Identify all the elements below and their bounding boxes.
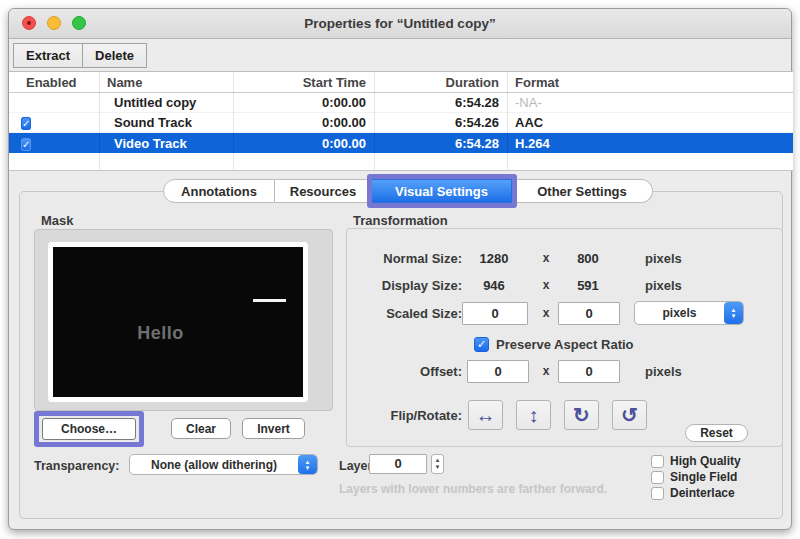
offset-y-input[interactable]: 0 [558, 360, 620, 383]
layer-input[interactable]: 0 [369, 454, 427, 474]
format: H.264 [507, 136, 793, 151]
preserve-aspect-ratio-checkbox[interactable]: ✓ [474, 337, 489, 352]
column-header-enabled[interactable]: Enabled [9, 75, 99, 90]
rotate-clockwise-icon: ↻ [573, 404, 590, 426]
invert-button[interactable]: Invert [242, 418, 305, 439]
table-row-video-track-selected[interactable]: ✓ Video Track 0:00.00 6:54.28 H.264 [9, 133, 793, 153]
duration: 6:54.26 [374, 115, 507, 130]
deinterlace-label: Deinterlace [670, 486, 735, 500]
flip-rotate-label: Flip/Rotate: [347, 408, 462, 423]
single-field-option: Single Field [651, 470, 737, 484]
extract-button[interactable]: Extract [13, 43, 83, 68]
scaled-size-unit-value: pixels [635, 306, 724, 320]
normal-size-unit: pixels [645, 251, 682, 266]
flip-vertical-button[interactable]: ↕ [516, 400, 551, 430]
scaled-size-unit-dropdown[interactable]: pixels ▲▼ [634, 301, 744, 325]
flip-horizontal-button[interactable]: ↔ [468, 400, 503, 430]
table-row-sound-track[interactable]: ✓ Sound Track 0:00.00 6:54.26 AAC [9, 113, 793, 133]
single-field-checkbox[interactable] [651, 471, 664, 484]
transparency-value: None (allow dithering) [130, 458, 298, 472]
stepper-down-icon: ▼ [435, 464, 441, 471]
size-separator: x [540, 364, 552, 378]
choose-button[interactable]: Choose… [42, 418, 136, 440]
mask-preview-well: Hello [34, 229, 333, 411]
scaled-height-input[interactable]: 0 [558, 302, 620, 325]
mask-preview-dash [253, 299, 286, 302]
mask-preview-frame: Hello [48, 242, 308, 402]
rotate-counterclockwise-button[interactable]: ↺ [612, 400, 647, 430]
rotate-clockwise-button[interactable]: ↻ [564, 400, 599, 430]
enabled-checkbox[interactable]: ✓ [21, 117, 31, 130]
transparency-label: Transparency: [34, 459, 119, 473]
duration: 6:54.28 [374, 95, 507, 110]
start-time: 0:00.00 [233, 95, 374, 110]
stepper-up-icon: ▲ [435, 457, 441, 464]
normal-size-label: Normal Size: [347, 251, 462, 266]
high-quality-checkbox[interactable] [651, 455, 664, 468]
window-title: Properties for “Untitled copy” [9, 9, 791, 39]
mask-preview-text: Hello [137, 322, 184, 343]
tab-visual-settings[interactable]: Visual Settings [372, 179, 512, 203]
dropdown-stepper-icon: ▲▼ [724, 302, 743, 324]
column-header-format[interactable]: Format [507, 75, 793, 90]
display-size-unit: pixels [645, 278, 682, 293]
table-row-untitled-copy[interactable]: Untitled copy 0:00.00 6:54.28 -NA- [9, 93, 793, 113]
tab-other-settings[interactable]: Other Settings [512, 179, 653, 203]
tab-resources[interactable]: Resources [275, 179, 372, 203]
format: -NA- [507, 95, 793, 110]
track-name: Video Track [99, 136, 233, 151]
start-time: 0:00.00 [233, 115, 374, 130]
mask-preview-image: Hello [53, 247, 303, 397]
transparency-dropdown[interactable]: None (allow dithering) ▲▼ [129, 454, 318, 475]
size-separator: x [540, 306, 552, 320]
scaled-width-input[interactable]: 0 [462, 302, 528, 325]
column-header-start-time[interactable]: Start Time [233, 75, 374, 90]
offset-label: Offset: [347, 364, 462, 379]
size-separator: x [540, 251, 552, 265]
layer-stepper[interactable]: ▲ ▼ [431, 454, 444, 474]
offset-unit: pixels [645, 364, 682, 379]
preserve-aspect-ratio-label: Preserve Aspect Ratio [496, 337, 634, 352]
display-size-label: Display Size: [347, 278, 462, 293]
rotate-counterclockwise-icon: ↺ [621, 404, 638, 426]
enabled-checkbox[interactable]: ✓ [21, 138, 31, 151]
display-size-width: 946 [462, 278, 526, 293]
start-time: 0:00.00 [233, 136, 374, 151]
transformation-section-label: Transformation [353, 213, 448, 228]
reset-button[interactable]: Reset [685, 424, 748, 442]
enabled-cell: ✓ [9, 115, 99, 130]
tab-bar: Annotations Resources Visual Settings Ot… [163, 179, 653, 203]
tab-annotations[interactable]: Annotations [163, 179, 275, 203]
single-field-label: Single Field [670, 470, 737, 484]
column-header-name[interactable]: Name [99, 75, 233, 90]
high-quality-label: High Quality [670, 454, 741, 468]
properties-window: Properties for “Untitled copy” Extract D… [8, 8, 792, 530]
table-empty-area [9, 153, 793, 171]
title-bar: Properties for “Untitled copy” [9, 9, 791, 39]
track-table: Enabled Name Start Time Duration Format … [9, 71, 793, 171]
size-separator: x [540, 278, 552, 292]
flip-horizontal-icon: ↔ [476, 404, 496, 426]
duration: 6:54.28 [374, 136, 507, 151]
layer-hint-text: Layers with lower numbers are farther fo… [339, 482, 607, 496]
display-size-height: 591 [558, 278, 618, 293]
normal-size-width: 1280 [462, 251, 526, 266]
normal-size-height: 800 [558, 251, 618, 266]
screen: Properties for “Untitled copy” Extract D… [0, 0, 800, 539]
transformation-group-box: Normal Size: 1280 x 800 pixels Display S… [346, 228, 783, 447]
flip-vertical-icon: ↕ [529, 404, 539, 426]
dropdown-stepper-icon: ▲▼ [298, 455, 317, 474]
format: AAC [507, 115, 793, 130]
deinterlace-checkbox[interactable] [651, 487, 664, 500]
track-name: Sound Track [99, 115, 233, 130]
delete-button[interactable]: Delete [83, 43, 147, 68]
track-name: Untitled copy [99, 95, 233, 110]
deinterlace-option: Deinterlace [651, 486, 735, 500]
column-header-duration[interactable]: Duration [374, 75, 507, 90]
offset-x-input[interactable]: 0 [467, 360, 529, 383]
mask-section-label: Mask [41, 213, 74, 228]
enabled-cell: ✓ [9, 136, 99, 151]
high-quality-option: High Quality [651, 454, 741, 468]
table-header: Enabled Name Start Time Duration Format [9, 72, 793, 93]
clear-button[interactable]: Clear [171, 418, 231, 439]
